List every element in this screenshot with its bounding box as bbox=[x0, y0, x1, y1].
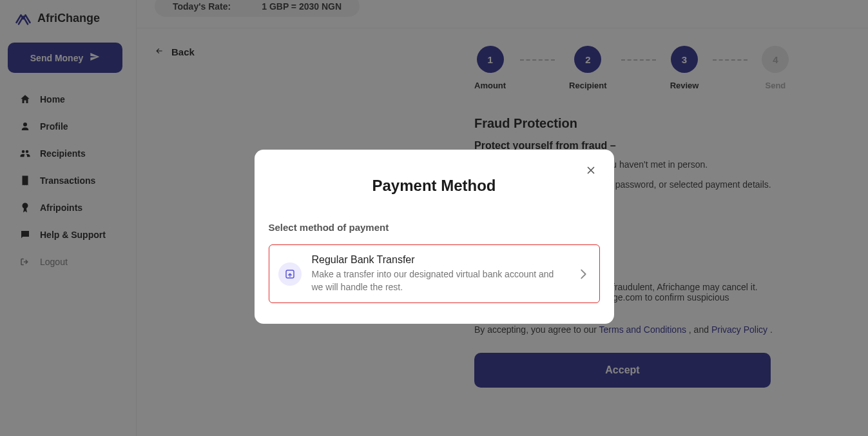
payment-option-title: Regular Bank Transfer bbox=[312, 254, 566, 266]
payment-option-desc: Make a transfer into our designated virt… bbox=[312, 268, 566, 293]
chevron-right-icon bbox=[576, 267, 590, 281]
payment-method-modal: Payment Method Select method of payment … bbox=[255, 150, 614, 324]
close-icon bbox=[585, 164, 597, 176]
bank-transfer-icon bbox=[278, 263, 302, 286]
payment-option-bank-transfer[interactable]: Regular Bank Transfer Make a transfer in… bbox=[269, 244, 600, 303]
modal-title: Payment Method bbox=[269, 177, 600, 195]
modal-overlay[interactable]: Payment Method Select method of payment … bbox=[0, 0, 868, 436]
modal-subtitle: Select method of payment bbox=[269, 222, 600, 233]
modal-close-button[interactable] bbox=[582, 161, 600, 179]
payment-option-text: Regular Bank Transfer Make a transfer in… bbox=[312, 254, 566, 293]
